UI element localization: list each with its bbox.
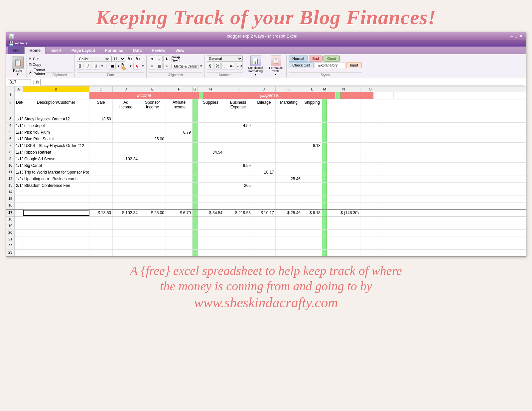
cell-10f[interactable] [166, 163, 193, 169]
cell-4g[interactable] [193, 123, 198, 129]
tab-data[interactable]: Data [128, 47, 147, 54]
cell-3j[interactable] [252, 116, 276, 122]
cell-11f[interactable] [166, 169, 193, 176]
cell-13j[interactable] [252, 183, 276, 189]
cell-6n[interactable] [327, 136, 360, 142]
window-controls[interactable]: ─ □ ✕ [510, 34, 523, 39]
cell-6f[interactable] [166, 136, 193, 142]
cell-13m[interactable] [322, 183, 327, 189]
cell-8k[interactable] [276, 149, 302, 156]
font-size-select[interactable]: 11 [111, 56, 125, 62]
cell-13g[interactable] [193, 183, 198, 189]
cell-10l[interactable] [302, 163, 322, 169]
cell-11d[interactable] [113, 169, 139, 176]
col-header-e[interactable]: E [139, 86, 166, 92]
cell-2k[interactable]: Marketing [276, 99, 302, 116]
italic-btn[interactable]: I [85, 63, 91, 69]
merge-dropdown[interactable]: ▼ [200, 65, 202, 68]
cell-7d[interactable] [113, 143, 139, 149]
cell-9l[interactable] [302, 156, 322, 162]
cell-5f[interactable]: 6.79 [166, 129, 193, 136]
name-box[interactable] [8, 79, 31, 85]
cell-8i[interactable] [224, 149, 252, 156]
tab-formulas[interactable]: Formulas [100, 47, 128, 54]
cut-button[interactable]: ✂ Cut [28, 56, 46, 61]
cell-4j[interactable] [252, 123, 276, 129]
cell-12k[interactable]: 25.46 [276, 176, 302, 182]
cell-5h[interactable] [198, 129, 224, 136]
cell-12e[interactable] [139, 176, 166, 182]
cell-11i[interactable] [224, 169, 252, 176]
cell-11j[interactable]: 10.17 [252, 169, 276, 176]
undo-icon[interactable]: ↩ [15, 41, 19, 46]
cell-17n[interactable]: $ (148.30) [327, 210, 360, 216]
cell-6o[interactable] [360, 136, 380, 142]
cell-12a[interactable]: 1/24/13 [15, 176, 23, 182]
increase-font-btn[interactable]: A↑ [127, 56, 133, 62]
cell-10d[interactable] [113, 163, 139, 169]
cell-10n[interactable] [327, 163, 360, 169]
underline-dropdown[interactable]: ▼ [101, 65, 104, 68]
cell-5l[interactable] [302, 129, 322, 136]
cell-10m[interactable] [322, 163, 327, 169]
cell-4c[interactable] [89, 123, 113, 129]
cell-3n[interactable] [327, 116, 360, 122]
cell-17o[interactable] [360, 210, 380, 216]
cell-7n[interactable] [327, 143, 360, 149]
col-header-h[interactable]: H [198, 86, 224, 92]
cell-2j[interactable]: Mileage [252, 99, 276, 116]
cell-4a[interactable]: 1/1/13 [15, 123, 23, 129]
cell-17i[interactable]: $ 219.58 [224, 210, 252, 216]
cell-6k[interactable] [276, 136, 302, 142]
function-btn[interactable]: fx [36, 80, 39, 84]
bold-btn[interactable]: B [77, 63, 83, 69]
cell-2e[interactable]: SponsorIncome [139, 99, 166, 116]
cell-8l[interactable] [302, 149, 322, 156]
font-name-select[interactable]: Calibri [77, 56, 110, 62]
border-btn[interactable]: ⊞ [109, 63, 116, 69]
cell-10e[interactable] [139, 163, 166, 169]
cell-13k[interactable] [276, 183, 302, 189]
cell-12j[interactable] [252, 176, 276, 182]
cell-8o[interactable] [360, 149, 380, 156]
cell-2f[interactable]: AffiliateIncome [166, 99, 193, 116]
cell-2d[interactable]: AdIncome [113, 99, 139, 116]
cell-8f[interactable] [166, 149, 193, 156]
cell-3m[interactable] [322, 116, 327, 122]
cell-12c[interactable] [89, 176, 113, 182]
decrease-font-btn[interactable]: A↓ [135, 56, 141, 62]
cell-10g[interactable] [193, 163, 198, 169]
cell-13f[interactable] [166, 183, 193, 189]
cell-7b[interactable]: USPS - Stacy Haycock Order #12 [23, 143, 89, 149]
cell-13c[interactable] [89, 183, 113, 189]
cell-3g[interactable] [193, 116, 198, 122]
cell-17g[interactable] [193, 210, 198, 216]
cell-12m[interactable] [322, 176, 327, 182]
cell-3f[interactable] [166, 116, 193, 122]
cell-12f[interactable] [166, 176, 193, 182]
cell-12n[interactable] [327, 176, 360, 182]
cell-17b[interactable] [23, 210, 89, 216]
cell-11h[interactable] [198, 169, 224, 176]
cell-11b[interactable]: Trip to World Market for Sponsor Post [23, 169, 89, 176]
cell-1m[interactable] [335, 92, 340, 99]
cell-6j[interactable] [252, 136, 276, 142]
cell-1g[interactable] [199, 92, 204, 99]
cell-9i[interactable] [224, 156, 252, 162]
cell-7m[interactable] [322, 143, 327, 149]
cell-12o[interactable] [360, 176, 380, 182]
cell-8b[interactable]: Ribbon Retreat [23, 149, 89, 156]
paste-button[interactable]: 📋 Paste ▼ [9, 56, 27, 77]
fill-color-btn[interactable]: A🎨 [121, 63, 128, 69]
cell-13b[interactable]: Blissdom Conference Fee [23, 183, 89, 189]
cell-11l[interactable] [302, 169, 322, 176]
style-normal-btn[interactable]: Normal [289, 56, 308, 62]
tab-file[interactable]: File [8, 47, 25, 54]
cell-10c[interactable] [89, 163, 113, 169]
cell-8j[interactable] [252, 149, 276, 156]
cell-3k[interactable] [276, 116, 302, 122]
cell-10k[interactable] [276, 163, 302, 169]
align-right-btn[interactable]: ≡ [163, 63, 170, 69]
cell-7f[interactable] [166, 143, 193, 149]
tab-review[interactable]: Review [147, 47, 170, 54]
